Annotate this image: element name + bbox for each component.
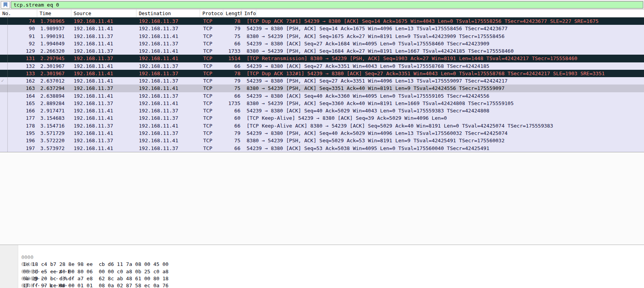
cell-destination: 192.168.11.41 — [136, 33, 200, 40]
cell-no: 196 — [8, 137, 37, 144]
cell-time: 2.297945 — [37, 55, 71, 62]
cell-info: [TCP Keep-Alive] 54239 → 8380 [ACK] Seq=… — [242, 114, 644, 122]
cell-time: 3.154683 — [37, 114, 71, 122]
cell-length: 66 — [223, 62, 242, 70]
hex-row[interactable]: 0010 00 3d e5 ee 40 00 80 06 00 00 c0 a8… — [0, 254, 644, 261]
cell-info: 54239 → 8380 [ACK] Seq=27 Ack=1684 Win=4… — [242, 40, 644, 47]
related-packet-marker — [0, 62, 8, 70]
detail-line[interactable]: [Length: 9] — [0, 205, 644, 213]
cell-source: 192.168.11.37 — [71, 137, 136, 144]
display-filter-input[interactable] — [11, 1, 643, 9]
hex-bytes[interactable]: 1f ff 97 ce 00 00 01 01 08 0a 02 87 58 e… — [18, 282, 160, 288]
column-header-info[interactable]: Info — [242, 10, 256, 17]
cell-protocol: TCP — [200, 47, 223, 55]
cell-no: 164 — [8, 92, 37, 100]
detail-line[interactable]: Data: 81076576656e743a33 — [0, 198, 644, 205]
cell-length: 66 — [223, 122, 242, 129]
column-header-no[interactable]: No. — [0, 10, 37, 17]
packet-row[interactable]: 131 2.297945 192.168.11.37 192.168.11.41… — [0, 55, 644, 62]
packet-row[interactable]: 163 2.637294 192.168.11.37 192.168.11.41… — [0, 85, 644, 92]
hex-row[interactable]: 0020 0b 29 20 bc d3 df a7 e8 62 8c ab 48… — [0, 261, 644, 268]
cell-destination: 192.168.11.37 — [136, 107, 200, 114]
related-packet-marker — [0, 17, 8, 25]
cell-protocol: TCP — [200, 100, 223, 107]
cell-info: 54239 → 8380 [ACK] Seq=53 Ack=5038 Win=4… — [242, 145, 644, 152]
cell-length: 66 — [223, 92, 242, 100]
cell-protocol: TCP — [200, 107, 223, 114]
related-packet-marker — [0, 122, 8, 129]
hex-row[interactable]: 0040 d1 b9 81 07 65 76 65 6e 74 3a 33 ··… — [0, 275, 644, 282]
cell-time: 2.301967 — [37, 62, 71, 70]
packet-row[interactable]: 178 3.154716 192.168.11.37 192.168.11.41… — [0, 122, 644, 129]
cell-source: 192.168.11.37 — [71, 100, 136, 107]
cell-time: 1.994049 — [37, 40, 71, 47]
cell-info: [TCP Retransmission] 8380 → 54239 [PSH, … — [242, 55, 644, 62]
detail-line[interactable]: > Transmission Control Protocol, Src Por… — [0, 183, 644, 190]
packet-row[interactable]: 74 1.798965 192.168.11.41 192.168.11.37 … — [0, 17, 644, 25]
packet-row[interactable]: 164 2.638894 192.168.11.41 192.168.11.37… — [0, 92, 644, 100]
cell-source: 192.168.11.37 — [71, 85, 136, 92]
cell-no: 131 — [8, 55, 37, 62]
cell-source: 192.168.11.37 — [71, 33, 136, 40]
cell-protocol: TCP — [200, 129, 223, 137]
filter-bookmark-button[interactable] — [1, 1, 10, 9]
cell-info: 54239 → 8380 [PSH, ACK] Seq=27 Ack=3351 … — [242, 77, 644, 85]
cell-time: 2.637012 — [37, 77, 71, 85]
related-packet-marker — [0, 114, 8, 122]
related-packet-marker — [0, 55, 8, 62]
cell-length: 79 — [223, 25, 242, 32]
column-header-source[interactable]: Source — [71, 10, 136, 17]
cell-destination: 192.168.11.37 — [136, 145, 200, 152]
cell-destination: 192.168.11.37 — [136, 77, 200, 85]
cell-time: 2.637294 — [37, 85, 71, 92]
hex-row[interactable]: 0000 1e 18 c4 b7 28 8e 98 ee cb d6 11 7a… — [0, 247, 644, 254]
cell-source: 192.168.11.41 — [71, 70, 136, 77]
cell-source: 192.168.11.41 — [71, 129, 136, 137]
packet-row[interactable]: 196 3.572220 192.168.11.37 192.168.11.41… — [0, 137, 644, 144]
packet-row[interactable]: 195 3.571729 192.168.11.41 192.168.11.37… — [0, 129, 644, 137]
cell-no: 197 — [8, 145, 37, 152]
packet-row[interactable]: 133 2.301967 192.168.11.41 192.168.11.37… — [0, 70, 644, 77]
packet-row[interactable]: 165 2.889284 192.168.11.37 192.168.11.41… — [0, 100, 644, 107]
cell-source: 192.168.11.41 — [71, 17, 136, 25]
cell-source: 192.168.11.41 — [71, 25, 136, 32]
cell-no: 162 — [8, 77, 37, 85]
cell-length: 75 — [223, 137, 242, 144]
cell-source: 192.168.11.41 — [71, 114, 136, 122]
column-header-destination[interactable]: Destination — [136, 10, 200, 17]
cell-info: 54239 → 8380 [PSH, ACK] Seq=40 Ack=5029 … — [242, 129, 644, 137]
column-header-time[interactable]: Time — [37, 10, 71, 17]
packet-row[interactable]: 91 1.990191 192.168.11.37 192.168.11.41 … — [0, 33, 644, 40]
packet-row[interactable]: 129 2.266320 192.168.11.37 192.168.11.41… — [0, 47, 644, 55]
detail-line[interactable]: v Data (9 bytes) — [0, 191, 644, 198]
detail-line[interactable]: > Internet Protocol Version 4, Src: 192.… — [0, 176, 644, 183]
packet-row[interactable]: 197 3.573972 192.168.11.41 192.168.11.37… — [0, 145, 644, 152]
cell-source: 192.168.11.37 — [71, 122, 136, 129]
cell-source: 192.168.11.41 — [71, 145, 136, 152]
cell-info: 54239 → 8380 [ACK] Seq=40 Ack=5029 Win=4… — [242, 107, 644, 114]
related-packet-marker — [0, 129, 8, 137]
packet-row[interactable]: ✓ 162 2.637012 192.168.11.41 192.168.11.… — [0, 77, 644, 85]
bookmark-icon — [3, 2, 7, 7]
cell-destination: 192.168.11.41 — [136, 85, 200, 92]
related-packet-marker — [0, 107, 8, 114]
packet-row[interactable]: 132 2.301967 192.168.11.41 192.168.11.37… — [0, 62, 644, 70]
packet-list-header: No. Time Source Destination Protocol Len… — [0, 10, 644, 17]
related-packet-marker — [0, 70, 8, 77]
column-header-protocol[interactable]: Protocol — [200, 10, 223, 17]
cell-length: 78 — [223, 70, 242, 77]
packet-row[interactable]: 166 2.917471 192.168.11.41 192.168.11.37… — [0, 107, 644, 114]
detail-line[interactable]: > Ethernet II, Src: WistronI_d6:11:7a (9… — [0, 168, 644, 175]
cell-protocol: TCP — [200, 122, 223, 129]
column-header-length[interactable]: Length — [223, 10, 242, 17]
packet-row[interactable]: 90 1.989937 192.168.11.41 192.168.11.37 … — [0, 25, 644, 32]
cell-protocol: TCP — [200, 145, 223, 152]
packet-row[interactable]: 92 1.994049 192.168.11.41 192.168.11.37 … — [0, 40, 644, 47]
hex-row[interactable]: 0030 1f ff 97 ce 00 00 01 01 08 0a 02 87… — [0, 268, 644, 275]
cell-source: 192.168.11.41 — [71, 77, 136, 85]
header-margin-line — [8, 10, 8, 17]
packet-row[interactable]: 177 3.154683 192.168.11.41 192.168.11.37… — [0, 114, 644, 122]
display-filter-toolbar — [0, 0, 644, 10]
detail-line[interactable]: > Frame 163: 75 bytes on wire (600 bits)… — [0, 160, 644, 168]
cell-info: 8380 → 54239 [PSH, ACK] Seq=3360 Ack=40 … — [242, 100, 644, 107]
